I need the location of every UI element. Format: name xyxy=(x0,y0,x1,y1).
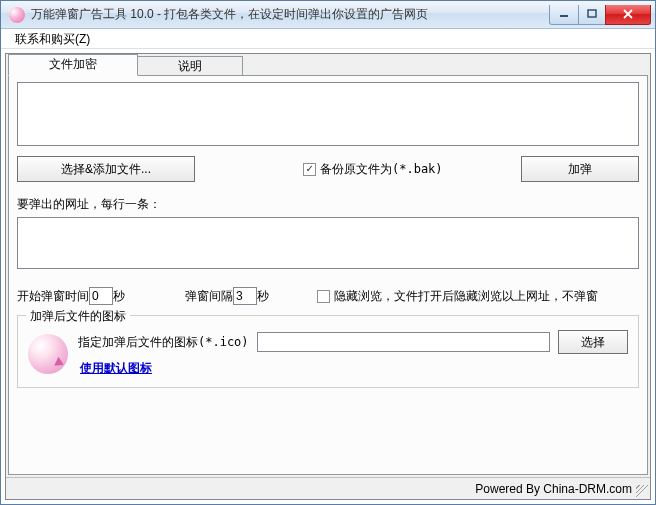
window-controls xyxy=(550,5,651,25)
start-time-input[interactable] xyxy=(89,287,113,305)
tab-encrypt[interactable]: 文件加密 xyxy=(8,54,138,76)
checkbox-icon xyxy=(317,290,330,303)
encrypt-button[interactable]: 加弹 xyxy=(521,156,639,182)
groupbox-legend: 加弹后文件的图标 xyxy=(26,308,130,325)
timing-row: 开始弹窗时间 秒 弹窗间隔 秒 隐藏浏览，文件打开后隐藏浏览以上网址，不弹窗 xyxy=(17,287,639,305)
file-list-textarea[interactable] xyxy=(17,82,639,146)
seconds-label-1: 秒 xyxy=(113,288,125,305)
tab-help[interactable]: 说明 xyxy=(138,56,243,76)
tab-strip: 文件加密 说明 xyxy=(6,54,650,76)
urls-label: 要弹出的网址，每行一条： xyxy=(17,196,161,213)
close-button[interactable] xyxy=(605,5,651,25)
menu-contact[interactable]: 联系和购买(Z) xyxy=(9,30,96,48)
title-bar[interactable]: 万能弹窗广告工具 10.0 - 打包各类文件，在设定时间弹出你设置的广告网页 xyxy=(1,1,655,29)
status-text: Powered By China-DRM.com xyxy=(475,482,632,496)
resize-grip-icon[interactable] xyxy=(636,485,648,497)
app-window: 万能弹窗广告工具 10.0 - 打包各类文件，在设定时间弹出你设置的广告网页 联… xyxy=(0,0,656,505)
urls-label-row: 要弹出的网址，每行一条： xyxy=(17,196,639,213)
minimize-button[interactable] xyxy=(549,5,579,25)
sphere-arrow-icon xyxy=(28,334,68,374)
file-actions-row: 选择&添加文件... 备份原文件为(*.bak) 加弹 xyxy=(17,156,639,182)
hidden-browse-checkbox[interactable]: 隐藏浏览，文件打开后隐藏浏览以上网址，不弹窗 xyxy=(317,288,598,305)
icon-path-input[interactable] xyxy=(257,332,550,352)
tab-panel-encrypt: 选择&添加文件... 备份原文件为(*.bak) 加弹 要弹出的网址，每行一条：… xyxy=(8,75,648,475)
select-add-files-button[interactable]: 选择&添加文件... xyxy=(17,156,195,182)
checkbox-icon xyxy=(303,163,316,176)
svg-rect-1 xyxy=(588,10,596,17)
interval-input[interactable] xyxy=(233,287,257,305)
status-bar: Powered By China-DRM.com xyxy=(6,477,650,499)
maximize-button[interactable] xyxy=(578,5,606,25)
hidden-browse-label: 隐藏浏览，文件打开后隐藏浏览以上网址，不弹窗 xyxy=(334,288,598,305)
backup-label: 备份原文件为(*.bak) xyxy=(320,161,443,178)
icon-groupbox: 加弹后文件的图标 指定加弹后文件的图标(*.ico) 选择 使用默认图标 xyxy=(17,315,639,388)
seconds-label-2: 秒 xyxy=(257,288,269,305)
app-icon xyxy=(9,7,25,23)
icon-controls: 指定加弹后文件的图标(*.ico) 选择 使用默认图标 xyxy=(78,330,628,377)
window-title: 万能弹窗广告工具 10.0 - 打包各类文件，在设定时间弹出你设置的广告网页 xyxy=(31,6,550,23)
choose-icon-button[interactable]: 选择 xyxy=(558,330,628,354)
icon-spec-label: 指定加弹后文件的图标(*.ico) xyxy=(78,334,249,351)
client-area: 文件加密 说明 选择&添加文件... 备份原文件为(*.bak) 加弹 要弹出的… xyxy=(5,53,651,500)
backup-checkbox[interactable]: 备份原文件为(*.bak) xyxy=(303,161,443,178)
start-time-label: 开始弹窗时间 xyxy=(17,288,89,305)
urls-textarea[interactable] xyxy=(17,217,639,269)
interval-label: 弹窗间隔 xyxy=(185,288,233,305)
menu-bar: 联系和购买(Z) xyxy=(1,29,655,49)
use-default-icon-link[interactable]: 使用默认图标 xyxy=(80,360,628,377)
